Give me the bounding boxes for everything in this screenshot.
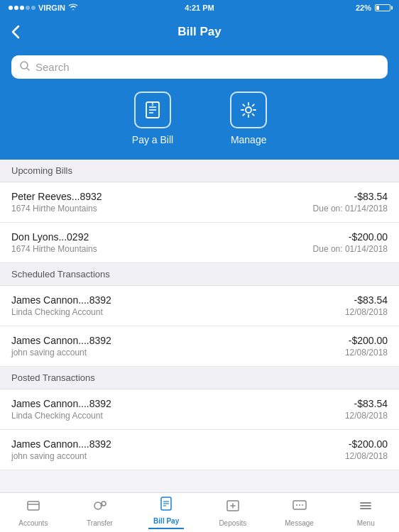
list-item[interactable]: James Cannon....8392 john saving account… [0,430,399,470]
transfer-nav-icon [92,498,108,517]
list-item-right: -$200.00 12/08/2018 [345,438,388,461]
signal-dots [9,6,35,10]
actions-row: $ Pay a Bill Manage [11,92,388,145]
manage-label: Manage [231,134,267,145]
section-header-0: Upcoming Bills [0,160,399,182]
nav-item-transfer[interactable]: Transfer [67,493,133,532]
gear-icon [239,100,258,120]
nav-item-menu[interactable]: Menu [332,493,399,532]
section-header-2: Posted Transactions [0,367,399,389]
list-item-left: Don Lyons...0292 1674 Hirthe Mountains [11,231,97,254]
menu-nav-label: Menu [357,519,375,527]
list-item-amount: -$83.54 [354,398,388,409]
list-item-name: James Cannon....8392 [11,294,111,306]
nav-active-underline [148,528,184,529]
battery-percent: 22% [356,4,371,12]
list-item-name: Peter Reeves...8932 [11,191,102,202]
message-nav-icon [292,498,307,517]
svg-point-19 [299,504,300,506]
list-item-left: James Cannon....8392 john saving account [11,438,111,461]
list-item-left: James Cannon....8392 john saving account [11,335,111,358]
status-bar: VIRGIN 4:21 PM 22% [0,0,399,16]
list-item-amount: -$200.00 [349,231,388,243]
carrier-label: VIRGIN [38,4,65,12]
list-item[interactable]: James Cannon....8392 john saving account… [0,326,399,367]
list-item-amount: -$200.00 [349,335,388,346]
manage-icon-wrap [230,92,267,128]
accounts-nav-label: Accounts [18,519,48,527]
status-bar-time: 4:21 PM [185,4,214,12]
battery-icon [375,4,390,11]
search-icon [20,61,30,73]
list-item-right: -$200.00 12/08/2018 [345,335,388,358]
list-item-amount: -$83.54 [354,191,388,202]
list-item-right: -$200.00 Due on: 01/14/2018 [313,231,388,254]
wifi-icon [68,4,78,12]
svg-line-1 [27,68,29,70]
list-item[interactable]: James Cannon....8392 Linda Checking Acco… [0,286,399,326]
deposits-nav-icon [225,498,241,517]
list-item-amount: -$83.54 [354,294,388,306]
status-bar-right: 22% [356,4,390,12]
message-nav-label: Message [285,519,314,527]
list-item-left: James Cannon....8392 Linda Checking Acco… [11,294,111,317]
list-item-date: 12/08/2018 [345,411,388,421]
list-item-right: -$83.54 12/08/2018 [345,398,388,421]
list-item-date: 12/08/2018 [345,307,388,317]
bottom-nav: AccountsTransferBill PayDepositsMessageM… [0,492,399,532]
page-title: Bill Pay [177,25,221,39]
list-item[interactable]: Peter Reeves...8932 1674 Hirthe Mountain… [0,182,399,223]
list-item-sub: Linda Checking Account [11,307,111,317]
list-item-date: 12/08/2018 [345,348,388,358]
svg-rect-8 [28,501,39,510]
list-item-sub: 1674 Hirthe Mountains [11,204,102,214]
svg-point-18 [296,504,297,506]
list-item-name: Don Lyons...0292 [11,231,97,243]
list-item-right: -$83.54 Due on: 01/14/2018 [313,191,388,214]
main-content: Upcoming Bills Peter Reeves...8932 1674 … [0,160,399,519]
status-bar-left: VIRGIN [9,4,78,12]
list-item-amount: -$200.00 [349,438,388,450]
list-item-sub: 1674 Hirthe Mountains [11,244,97,254]
transfer-nav-label: Transfer [87,519,113,527]
list-item-sub: Linda Checking Account [11,411,111,421]
list-item[interactable]: Don Lyons...0292 1674 Hirthe Mountains -… [0,223,399,263]
list-item-name: James Cannon....8392 [11,438,111,450]
svg-point-20 [302,504,303,506]
list-item-left: James Cannon....8392 Linda Checking Acco… [11,398,111,421]
accounts-nav-icon [26,498,41,517]
pay-bill-button[interactable]: $ Pay a Bill [132,92,173,145]
header: Bill Pay [0,16,399,48]
list-item-name: James Cannon....8392 [11,398,111,409]
nav-item-message[interactable]: Message [266,493,333,532]
nav-item-accounts[interactable]: Accounts [0,493,67,532]
top-section: $ Pay a Bill Manage [0,48,399,160]
list-item-date: Due on: 01/14/2018 [313,244,388,254]
back-button[interactable] [11,25,20,39]
list-item-left: Peter Reeves...8932 1674 Hirthe Mountain… [11,191,102,214]
bill-pay-nav-label: Bill Pay [153,517,179,525]
list-item[interactable]: James Cannon....8392 Linda Checking Acco… [0,389,399,430]
list-item-right: -$83.54 12/08/2018 [345,294,388,317]
list-item-date: Due on: 01/14/2018 [313,204,388,214]
nav-item-bill-pay[interactable]: Bill Pay [133,493,200,532]
list-item-sub: john saving account [11,451,111,461]
section-header-1: Scheduled Transactions [0,263,399,286]
svg-point-7 [246,107,251,113]
svg-text:$: $ [152,102,154,106]
bill-icon: $ [143,100,163,120]
search-input[interactable] [35,61,379,73]
list-item-sub: john saving account [11,348,111,358]
manage-button[interactable]: Manage [230,92,267,145]
deposits-nav-label: Deposits [219,519,246,527]
list-item-name: James Cannon....8392 [11,335,111,346]
pay-bill-icon-wrap: $ [134,92,171,128]
menu-nav-icon [358,498,373,517]
bill-pay-nav-icon [158,496,174,515]
search-bar[interactable] [11,55,388,79]
nav-item-deposits[interactable]: Deposits [200,493,266,532]
pay-bill-label: Pay a Bill [132,134,173,145]
list-item-date: 12/08/2018 [345,451,388,461]
